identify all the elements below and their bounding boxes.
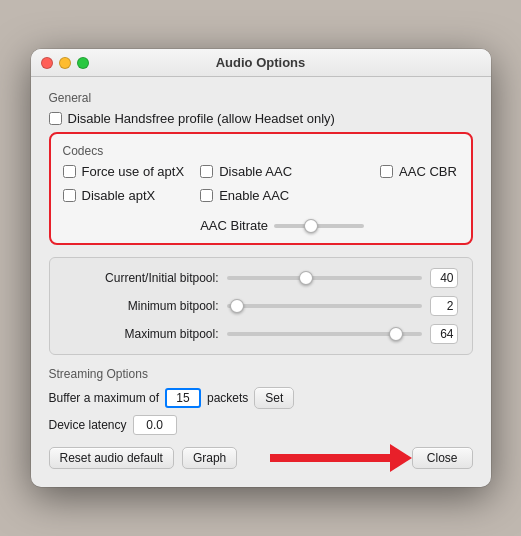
maximum-bitpool-value: 64 [430, 324, 458, 344]
disable-aac-checkbox[interactable] [200, 165, 213, 178]
latency-input[interactable] [133, 415, 177, 435]
packets-label: packets [207, 391, 248, 405]
aac-bitrate-row: AAC Bitrate [200, 218, 364, 233]
window-title: Audio Options [216, 55, 306, 70]
enable-aac-row: Enable AAC [200, 188, 364, 203]
codecs-label: Codecs [63, 144, 459, 158]
current-bitpool-value: 40 [430, 268, 458, 288]
streaming-section: Streaming Options Buffer a maximum of pa… [49, 367, 473, 435]
minimum-bitpool-value: 2 [430, 296, 458, 316]
graph-button[interactable]: Graph [182, 447, 237, 469]
maximum-bitpool-row: Maximum bitpool: 64 [64, 324, 458, 344]
disable-aac-label: Disable AAC [219, 164, 292, 179]
minimum-bitpool-row: Minimum bitpool: 2 [64, 296, 458, 316]
enable-aac-label: Enable AAC [219, 188, 289, 203]
red-arrow [270, 444, 412, 472]
streaming-label: Streaming Options [49, 367, 473, 381]
disable-handsfree-label: Disable Handsfree profile (allow Headset… [68, 111, 335, 126]
codecs-col2: Disable AAC Enable AAC AAC Bitrate [200, 164, 364, 233]
disable-aptx-label: Disable aptX [82, 188, 156, 203]
minimum-bitpool-slider[interactable] [227, 304, 422, 308]
codecs-col1: Force use of aptX Disable aptX [63, 164, 185, 233]
aac-cbr-row: AAC CBR [380, 164, 457, 179]
titlebar: Audio Options [31, 49, 491, 77]
content-area: General Disable Handsfree profile (allow… [31, 77, 491, 487]
enable-aac-checkbox[interactable] [200, 189, 213, 202]
traffic-lights [41, 57, 89, 69]
force-aptx-checkbox[interactable] [63, 165, 76, 178]
bottom-bar: Reset audio default Graph Close [49, 447, 473, 473]
buffer-row: Buffer a maximum of packets Set [49, 387, 473, 409]
disable-aac-row: Disable AAC [200, 164, 364, 179]
bitpool-section: Current/Initial bitpool: 40 Minimum bitp… [49, 257, 473, 355]
minimum-bitpool-label: Minimum bitpool: [64, 299, 219, 313]
current-bitpool-label: Current/Initial bitpool: [64, 271, 219, 285]
latency-label: Device latency [49, 418, 127, 432]
disable-handsfree-row: Disable Handsfree profile (allow Headset… [49, 111, 473, 126]
bottom-left-buttons: Reset audio default Graph [49, 447, 238, 469]
close-button[interactable]: Close [412, 447, 473, 469]
codecs-section: Codecs Force use of aptX Disable aptX [49, 132, 473, 245]
aac-cbr-checkbox[interactable] [380, 165, 393, 178]
current-bitpool-slider[interactable] [227, 276, 422, 280]
arrow-head [390, 444, 412, 472]
minimize-traffic-button[interactable] [59, 57, 71, 69]
force-aptx-row: Force use of aptX [63, 164, 185, 179]
aac-bitrate-slider[interactable] [274, 224, 364, 228]
aac-bitrate-label: AAC Bitrate [200, 218, 268, 233]
general-label: General [49, 91, 473, 105]
disable-handsfree-checkbox[interactable] [49, 112, 62, 125]
window: Audio Options General Disable Handsfree … [31, 49, 491, 487]
disable-aptx-checkbox[interactable] [63, 189, 76, 202]
force-aptx-label: Force use of aptX [82, 164, 185, 179]
arrow-shaft [270, 454, 390, 462]
buffer-input[interactable] [165, 388, 201, 408]
set-button[interactable]: Set [254, 387, 294, 409]
disable-aptx-row: Disable aptX [63, 188, 185, 203]
codecs-columns: Force use of aptX Disable aptX Disable A… [63, 164, 459, 233]
latency-row: Device latency [49, 415, 473, 435]
aac-cbr-label: AAC CBR [399, 164, 457, 179]
current-bitpool-row: Current/Initial bitpool: 40 [64, 268, 458, 288]
buffer-label: Buffer a maximum of [49, 391, 159, 405]
codecs-col3: AAC CBR [380, 164, 457, 233]
maximum-bitpool-slider[interactable] [227, 332, 422, 336]
maximum-bitpool-label: Maximum bitpool: [64, 327, 219, 341]
close-traffic-button[interactable] [41, 57, 53, 69]
maximize-traffic-button[interactable] [77, 57, 89, 69]
reset-audio-button[interactable]: Reset audio default [49, 447, 174, 469]
